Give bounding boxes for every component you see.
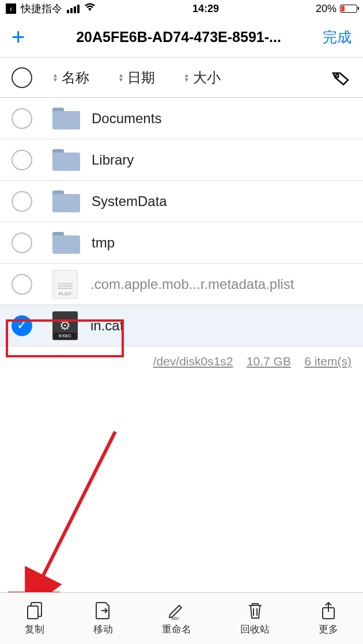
disk-space: 10.7 GB [247,355,291,368]
copy-button[interactable]: 复制 [25,601,44,636]
file-name-label: SystemData [92,193,167,209]
sort-bar: ▲▼ 名称 ▲▼ 日期 ▲▼ 大小 [0,58,363,98]
back-chevron-icon: ‹ [6,3,16,14]
sort-by-date[interactable]: ▲▼ 日期 [118,68,155,87]
status-time: 14:29 [192,3,219,15]
rename-button[interactable]: ABC 重命名 [162,601,191,636]
disk-path[interactable]: /dev/disk0s1s2 [153,355,233,368]
folder-icon [52,149,80,171]
file-row[interactable]: Documents [0,98,363,139]
file-list: DocumentsLibrarySystemDatatmpPLIST.com.a… [0,98,363,346]
done-button[interactable]: 完成 [323,28,351,47]
folder-icon [52,232,80,254]
nav-bar: + 20A5FE6B-AD74-473E-8591-... 完成 [0,17,363,58]
select-all-checkbox[interactable] [12,67,32,88]
svg-line-1 [40,432,115,581]
file-row[interactable]: tmp [0,222,363,264]
file-name-label: in.caf [90,318,123,334]
item-count: 6 item(s) [304,355,351,368]
file-row[interactable]: PLIST.com.apple.mob...r.metadata.plist [0,264,363,305]
file-row[interactable]: SystemData [0,181,363,222]
trash-icon [245,601,265,620]
cellular-signal-icon [67,5,80,13]
status-bar: ‹ 快捷指令 14:29 20% [0,0,363,17]
row-checkbox[interactable] [12,150,32,170]
sort-arrows-icon: ▲▼ [184,73,190,82]
file-name-label: .com.apple.mob...r.metadata.plist [90,276,294,292]
copy-icon [25,601,44,620]
file-row[interactable]: ⚙EXECin.caf [0,305,363,346]
trash-button[interactable]: 回收站 [240,601,270,636]
move-label: 移动 [93,623,113,636]
sort-date-label: 日期 [127,68,155,87]
row-checkbox[interactable] [12,315,32,336]
row-checkbox[interactable] [12,274,32,295]
battery-percent: 20% [316,3,336,15]
status-app-label: 快捷指令 [21,2,62,16]
battery-icon [340,5,357,13]
tag-icon[interactable] [328,65,351,90]
folder-icon [52,190,80,212]
more-button[interactable]: 更多 [319,601,338,636]
more-label: 更多 [319,623,338,636]
sort-name-label: 名称 [62,68,89,87]
sort-arrows-icon: ▲▼ [52,73,58,82]
file-row[interactable]: Library [0,139,363,181]
pencil-icon: ABC [167,601,186,620]
toolbar: 复制 移动 ABC 重命名 回收站 更多 [0,592,363,644]
copy-label: 复制 [25,623,44,636]
row-checkbox[interactable] [12,191,32,212]
file-name-label: Library [92,152,134,168]
sort-by-size[interactable]: ▲▼ 大小 [184,68,221,87]
footer-info: /dev/disk0s1s2 10.7 GB 6 item(s) [0,346,363,376]
sort-size-label: 大小 [193,68,221,87]
annotation-arrow-icon [23,426,127,599]
svg-point-0 [336,74,339,77]
exec-icon: ⚙EXEC [52,311,78,340]
plist-icon: PLIST [52,270,78,299]
folder-icon [52,108,80,129]
row-checkbox[interactable] [12,108,32,129]
rename-label: 重命名 [162,623,191,636]
row-checkbox[interactable] [12,233,32,253]
move-button[interactable]: 移动 [93,601,113,636]
wifi-icon [84,3,96,15]
file-name-label: tmp [92,235,115,251]
svg-text:ABC: ABC [171,616,179,620]
page-title: 20A5FE6B-AD74-473E-8591-... [35,29,323,45]
svg-rect-2 [28,606,38,619]
add-button[interactable]: + [12,24,35,50]
file-name-label: Documents [92,110,161,127]
share-icon [319,601,338,620]
trash-label: 回收站 [240,623,270,636]
sort-arrows-icon: ▲▼ [118,73,124,82]
move-icon [93,601,113,620]
sort-by-name[interactable]: ▲▼ 名称 [52,68,89,87]
